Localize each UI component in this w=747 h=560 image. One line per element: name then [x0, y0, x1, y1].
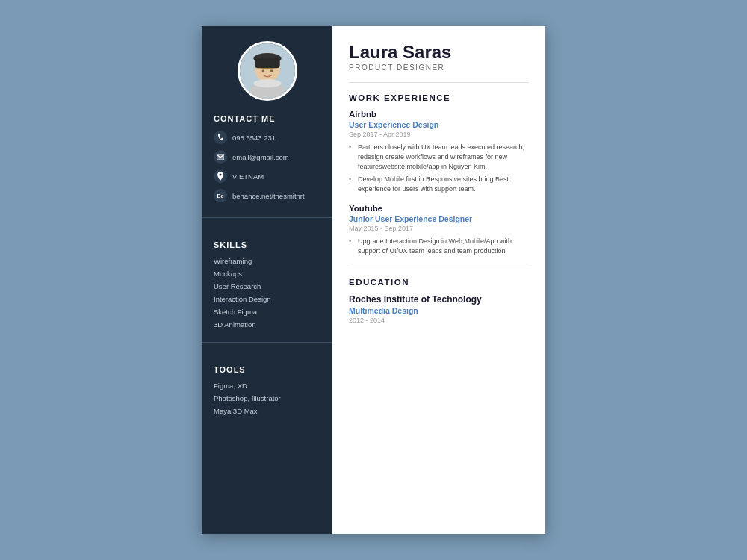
email-text: email@gmail.com — [232, 153, 289, 161]
education-heading: EDUCATION — [349, 278, 529, 287]
behance-text: behance.net/thesmithrt — [232, 192, 305, 200]
resume-container: CONTACT ME 098 6543 231 email@gmail.com … — [202, 26, 545, 534]
main-content: Laura Saras PRODUCT DESIGNER WORK EXPERI… — [332, 26, 545, 534]
skill-item-5: Sketch Figma — [214, 308, 320, 316]
tools-section: TOOLS Figma, XD Photoshop, Illustrator M… — [202, 365, 332, 420]
divider-1 — [202, 217, 332, 218]
company-name-1: Airbnb — [349, 110, 529, 119]
tool-item-1: Figma, XD — [214, 382, 320, 390]
job-dates-2: May 2015 - Sep 2017 — [349, 225, 529, 232]
skill-item-4: Interaction Design — [214, 295, 320, 303]
tool-item-3: Maya,3D Max — [214, 407, 320, 415]
phone-icon — [214, 131, 227, 144]
avatar — [238, 41, 297, 101]
job-title-1: User Experience Design — [349, 120, 529, 129]
edu-entry-1: Roches Institute of Technology Multimedi… — [349, 294, 529, 324]
work-experience-section: WORK EXPERIENCE Airbnb User Experience D… — [349, 93, 529, 255]
contact-title: CONTACT ME — [214, 114, 320, 123]
svg-point-8 — [253, 79, 281, 87]
email-icon — [214, 150, 227, 164]
edu-divider — [349, 267, 529, 267]
job-title-2: Junior User Experience Designer — [349, 214, 529, 223]
header-divider — [349, 82, 529, 83]
svg-rect-9 — [217, 154, 224, 160]
tool-item-2: Photoshop, Illustrator — [214, 394, 320, 402]
skill-item-6: 3D Animation — [214, 320, 320, 329]
sidebar: CONTACT ME 098 6543 231 email@gmail.com … — [202, 26, 332, 534]
contact-email: email@gmail.com — [214, 150, 320, 164]
header-section: Laura Saras PRODUCT DESIGNER — [349, 43, 529, 72]
contact-phone: 098 6543 231 — [214, 131, 320, 144]
skill-item-3: User Research — [214, 282, 320, 290]
svg-point-11 — [220, 174, 222, 176]
candidate-title: PRODUCT DESIGNER — [349, 63, 529, 72]
edu-school-1: Roches Institute of Technology — [349, 294, 529, 305]
avatar-image — [240, 43, 295, 99]
skill-item-2: Mockups — [214, 270, 320, 278]
svg-point-7 — [270, 69, 273, 72]
contact-section: CONTACT ME 098 6543 231 email@gmail.com … — [202, 114, 332, 208]
behance-icon: Be — [214, 189, 227, 202]
contact-behance: Be behance.net/thesmithrt — [214, 189, 320, 202]
skills-title: SKILLS — [214, 240, 320, 249]
location-icon — [214, 169, 227, 183]
skill-item-1: Wireframing — [214, 257, 320, 265]
work-experience-heading: WORK EXPERIENCE — [349, 93, 529, 102]
contact-location: VIETNAM — [214, 169, 320, 183]
job-entry-2: Youtube Junior User Experience Designer … — [349, 204, 529, 255]
divider-2 — [202, 342, 332, 343]
candidate-name: Laura Saras — [349, 43, 529, 62]
edu-degree-1: Multimedia Design — [349, 306, 529, 315]
tools-title: TOOLS — [214, 365, 320, 374]
company-name-2: Youtube — [349, 204, 529, 213]
job-bullet-1-1: Partners closely with UX team leads exec… — [349, 143, 529, 171]
job-entry-1: Airbnb User Experience Design Sep 2017 -… — [349, 110, 529, 193]
edu-year-1: 2012 - 2014 — [349, 317, 529, 324]
job-bullet-2-1: Upgrade Interaction Design in Web,Mobile… — [349, 237, 529, 255]
phone-text: 098 6543 231 — [232, 134, 276, 142]
location-text: VIETNAM — [232, 172, 264, 181]
job-bullet-1-2: Develop Mobile first in Responsive sites… — [349, 175, 529, 193]
svg-point-6 — [261, 69, 264, 72]
svg-rect-5 — [255, 58, 279, 68]
skills-section: SKILLS Wireframing Mockups User Research… — [202, 240, 332, 333]
job-dates-1: Sep 2017 - Apr 2019 — [349, 131, 529, 138]
education-section: EDUCATION Roches Institute of Technology… — [349, 278, 529, 324]
